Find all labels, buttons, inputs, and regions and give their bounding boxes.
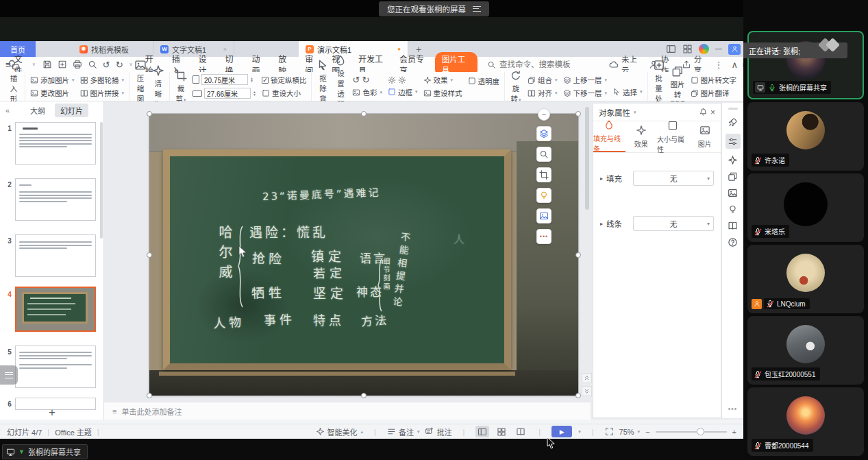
undo-icon[interactable] bbox=[103, 60, 110, 69]
previous-slide-button[interactable] bbox=[582, 373, 592, 383]
participant-tile[interactable]: 包玉红20000551 bbox=[747, 316, 864, 385]
line-select[interactable]: 无 bbox=[633, 216, 714, 231]
width-input[interactable] bbox=[204, 88, 251, 99]
play-slideshow-button[interactable] bbox=[551, 426, 572, 437]
border-button[interactable]: 边框 bbox=[388, 87, 418, 97]
more-icon[interactable] bbox=[715, 60, 723, 69]
sorter-view-button[interactable] bbox=[495, 426, 508, 437]
height-field[interactable]: ▲▼ bbox=[193, 74, 256, 85]
align-button[interactable]: 对齐 bbox=[528, 88, 558, 98]
watching-pill[interactable]: 您正在观看张桐的屏幕 bbox=[379, 1, 489, 16]
resize-handle[interactable] bbox=[147, 111, 152, 117]
magic-icon[interactable] bbox=[728, 155, 738, 165]
participant-tile[interactable]: 许永诺 bbox=[747, 102, 864, 171]
add-slide-button[interactable] bbox=[0, 406, 104, 420]
collapse-panel-icon[interactable] bbox=[5, 106, 10, 114]
resize-handle[interactable] bbox=[575, 111, 581, 117]
canvas-scrollbar[interactable] bbox=[585, 104, 589, 365]
resize-handle[interactable] bbox=[361, 393, 367, 398]
normal-view-button[interactable] bbox=[475, 426, 489, 437]
slide-thumbnail-4-selected[interactable] bbox=[15, 287, 96, 332]
reset-size-button[interactable]: 重设大小 bbox=[262, 88, 307, 98]
height-input[interactable] bbox=[201, 74, 248, 85]
send-backward-button[interactable]: 下移一层 bbox=[563, 88, 608, 98]
redo-icon[interactable] bbox=[116, 60, 123, 69]
fill-select[interactable]: 无 bbox=[633, 171, 714, 186]
slide-thumbnail-2[interactable] bbox=[15, 178, 96, 221]
floating-list-widget[interactable] bbox=[0, 365, 18, 385]
tab-effect[interactable]: 效果 bbox=[625, 121, 658, 152]
collage-button[interactable]: 图片拼接 bbox=[80, 88, 125, 98]
group-button[interactable]: 组合 bbox=[528, 75, 558, 85]
slide-canvas[interactable]: 23“诺曼底号”遇难记 哈尔威 遇险：慌乱 抢险 镇定 若定 牺牲 坚定 语言 … bbox=[104, 101, 591, 402]
participant-tile[interactable]: LNQcium bbox=[747, 245, 864, 313]
tab-picture[interactable]: 图片 bbox=[689, 121, 721, 152]
zoom-slider[interactable] bbox=[656, 431, 727, 433]
chevron-down-icon[interactable] bbox=[634, 110, 636, 115]
zoom-out-button[interactable] bbox=[645, 428, 649, 436]
zoom-button[interactable] bbox=[536, 147, 551, 162]
tab-size-properties[interactable]: 大小与属性 bbox=[657, 121, 689, 152]
picture-translate-button[interactable]: 图片翻译 bbox=[691, 88, 737, 98]
color-button[interactable]: 色彩 bbox=[352, 87, 382, 97]
search-input[interactable] bbox=[499, 60, 602, 69]
rocket-icon[interactable] bbox=[728, 117, 738, 128]
resize-handle[interactable] bbox=[575, 252, 581, 258]
rotate-button[interactable]: 旋转 bbox=[510, 69, 522, 104]
comments-button[interactable]: 批注 bbox=[425, 426, 451, 437]
drag-handle[interactable] bbox=[728, 108, 738, 110]
resize-handle[interactable] bbox=[147, 252, 152, 258]
picture-to-text-button[interactable]: 图片转文字 bbox=[691, 75, 737, 85]
notes-bar[interactable]: 单击此处添加备注 bbox=[104, 402, 591, 420]
crop-button-floating[interactable] bbox=[536, 167, 551, 182]
next-slide-button[interactable] bbox=[582, 386, 592, 396]
panel-scrollbar[interactable] bbox=[100, 122, 103, 239]
slide-thumbnail-1[interactable] bbox=[15, 122, 96, 165]
opacity-button[interactable]: 透明度 bbox=[468, 76, 500, 86]
picture-to-doc-button[interactable] bbox=[536, 208, 551, 223]
participant-tile-sharing[interactable]: 张桐的屏幕共享 bbox=[747, 31, 864, 99]
crop-button[interactable]: 裁剪 bbox=[175, 69, 187, 104]
copy-icon[interactable] bbox=[728, 171, 738, 182]
more-tools-button[interactable]: ••• bbox=[536, 229, 551, 244]
tab-outline[interactable]: 大纲 bbox=[25, 104, 51, 117]
add-picture-button[interactable]: 添加图片 bbox=[30, 75, 75, 85]
banner-menu-icon[interactable] bbox=[473, 6, 481, 12]
notes-button[interactable]: 备注 bbox=[387, 426, 420, 437]
book-icon[interactable] bbox=[728, 221, 738, 231]
play-options-icon[interactable] bbox=[578, 429, 581, 435]
zoom-in-button[interactable] bbox=[732, 428, 736, 436]
print-icon[interactable] bbox=[73, 60, 82, 69]
select-button[interactable]: 选择 bbox=[612, 87, 643, 97]
properties-toggle-active[interactable] bbox=[726, 134, 741, 149]
zoom-knob[interactable] bbox=[697, 428, 704, 435]
resize-handle[interactable] bbox=[575, 393, 581, 398]
pin-bell-icon[interactable] bbox=[699, 108, 708, 117]
fit-screen-icon[interactable] bbox=[605, 427, 614, 436]
participant-tile[interactable]: 米塔乐 bbox=[747, 173, 864, 242]
brightness-icons[interactable] bbox=[388, 76, 418, 84]
slide-4[interactable]: 23“诺曼底号”遇难记 哈尔威 遇险：慌乱 抢险 镇定 若定 牺牲 坚定 语言 … bbox=[149, 114, 578, 396]
slide-thumbnail-5[interactable] bbox=[15, 346, 96, 388]
expand-icon[interactable] bbox=[600, 175, 603, 182]
help-icon[interactable] bbox=[728, 237, 738, 247]
picture-edit-icon[interactable] bbox=[728, 188, 738, 198]
collapse-icon[interactable] bbox=[715, 49, 722, 49]
zoom-level[interactable]: 75% bbox=[619, 428, 641, 436]
export-icon[interactable] bbox=[58, 60, 67, 69]
command-search[interactable] bbox=[487, 60, 602, 69]
expand-icon[interactable] bbox=[600, 221, 603, 227]
integrations-icon[interactable] bbox=[699, 44, 709, 54]
more-icon[interactable]: ••• bbox=[728, 405, 738, 413]
tab-slides[interactable]: 幻灯片 bbox=[55, 104, 88, 117]
carousel-button[interactable]: 多图轮播 bbox=[80, 75, 125, 85]
lock-ratio-checkbox[interactable]: 锁定纵横比 bbox=[262, 75, 307, 85]
rotate-icons[interactable] bbox=[352, 75, 382, 84]
collapse-toolbar-button[interactable] bbox=[538, 108, 550, 121]
collapse-ribbon-icon[interactable] bbox=[732, 60, 739, 69]
width-field[interactable]: ▲▼ bbox=[193, 88, 256, 99]
bring-forward-button[interactable]: 上移一层 bbox=[563, 75, 608, 85]
preview-icon[interactable] bbox=[88, 60, 97, 69]
slide-thumbnail-3[interactable] bbox=[15, 234, 96, 277]
screen-share-taskbar-item[interactable]: ▼ 张桐的屏幕共享 bbox=[2, 444, 88, 459]
